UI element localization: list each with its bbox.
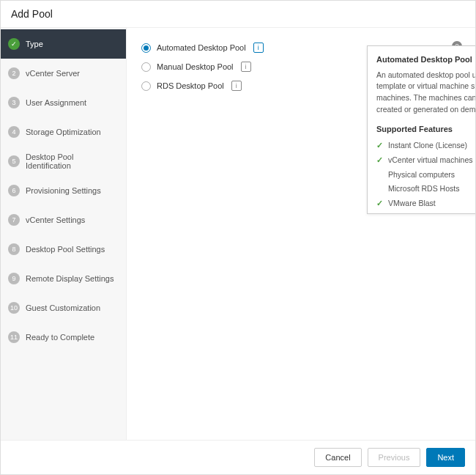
wizard-step-storage-optimization: 4Storage Optimization (1, 117, 126, 147)
wizard-step-guest-customization: 10Guest Customization (1, 293, 126, 323)
feature-item: VMware Blast (376, 196, 475, 211)
cancel-button[interactable]: Cancel (314, 448, 361, 467)
step-number-icon: 7 (8, 214, 20, 226)
option-label: Manual Desktop Pool (157, 62, 234, 71)
step-label: Guest Customization (26, 303, 100, 312)
step-label: Type (26, 40, 43, 48)
step-label: Remote Display Settings (26, 274, 114, 283)
step-number-icon: 4 (8, 126, 20, 138)
radio-icon[interactable] (141, 81, 151, 91)
radio-icon[interactable] (141, 62, 151, 72)
next-button[interactable]: Next (426, 448, 465, 467)
option-label: RDS Desktop Pool (157, 81, 224, 90)
step-label: Storage Optimization (26, 128, 101, 136)
radio-icon[interactable] (141, 43, 151, 53)
wizard-step-provisioning-settings: 6Provisioning Settings (1, 176, 126, 205)
step-number-icon: 10 (8, 302, 20, 314)
step-number-icon: 6 (8, 185, 20, 196)
wizard-step-vcenter-settings: 7vCenter Settings (1, 205, 126, 235)
step-label: User Assignment (26, 98, 86, 107)
check-icon: ✓ (8, 38, 20, 50)
popover-description: An automated desktop pool uses a vCenter… (376, 70, 475, 116)
info-icon[interactable]: i (253, 43, 264, 53)
dialog-title: Add Pool (11, 8, 53, 20)
wizard-step-ready-to-complete: 11Ready to Complete (1, 323, 126, 352)
info-icon[interactable]: i (231, 81, 242, 91)
wizard-sidebar: ✓Type 2vCenter Server 3User Assignment 4… (1, 28, 127, 440)
wizard-step-desktop-pool-settings: 8Desktop Pool Settings (1, 235, 126, 264)
wizard-step-user-assignment: 3User Assignment (1, 88, 126, 117)
popover-subheading: Supported Features (376, 123, 475, 136)
option-label: Automated Desktop Pool (157, 43, 246, 52)
step-number-icon: 9 (8, 273, 20, 284)
step-number-icon: 2 (8, 67, 20, 79)
dialog-footer: Cancel Previous Next (1, 440, 475, 474)
wizard-step-remote-display-settings: 9Remote Display Settings (1, 264, 126, 293)
step-label: Ready to Complete (26, 333, 94, 342)
step-number-icon: 5 (8, 155, 20, 167)
wizard-step-desktop-pool-identification: 5Desktop Pool Identification (1, 147, 126, 176)
step-number-icon: 11 (8, 331, 20, 343)
previous-button: Previous (368, 448, 421, 467)
supported-features-list: Instant Clone (License) vCenter virtual … (376, 139, 475, 214)
step-label: Desktop Pool Identification (26, 152, 119, 170)
feature-item: Instant Clone (License) (376, 139, 475, 153)
dialog-body: ✓Type 2vCenter Server 3User Assignment 4… (1, 28, 475, 440)
wizard-step-vcenter-server: 2vCenter Server (1, 59, 126, 88)
feature-item: Microsoft RDS Hosts (376, 182, 475, 196)
feature-item: PCoIP (376, 211, 475, 214)
popover-title: Automated Desktop Pool (376, 54, 475, 66)
step-label: Provisioning Settings (26, 186, 101, 195)
feature-item: Physical computers (376, 168, 475, 183)
wizard-main-panel: ? Automated Desktop Pool i Manual Deskto… (127, 28, 475, 440)
step-number-icon: 3 (8, 97, 20, 108)
step-number-icon: 8 (8, 243, 20, 255)
step-label: Desktop Pool Settings (26, 245, 105, 254)
feature-item: vCenter virtual machines (376, 153, 475, 168)
wizard-step-type[interactable]: ✓Type (1, 29, 126, 59)
add-pool-dialog: Add Pool ✓Type 2vCenter Server 3User Ass… (0, 0, 476, 475)
dialog-header: Add Pool (1, 1, 475, 28)
info-icon[interactable]: i (241, 62, 251, 72)
info-popover: × Automated Desktop Pool An automated de… (367, 45, 475, 214)
step-label: vCenter Server (26, 69, 80, 78)
step-label: vCenter Settings (26, 216, 85, 224)
